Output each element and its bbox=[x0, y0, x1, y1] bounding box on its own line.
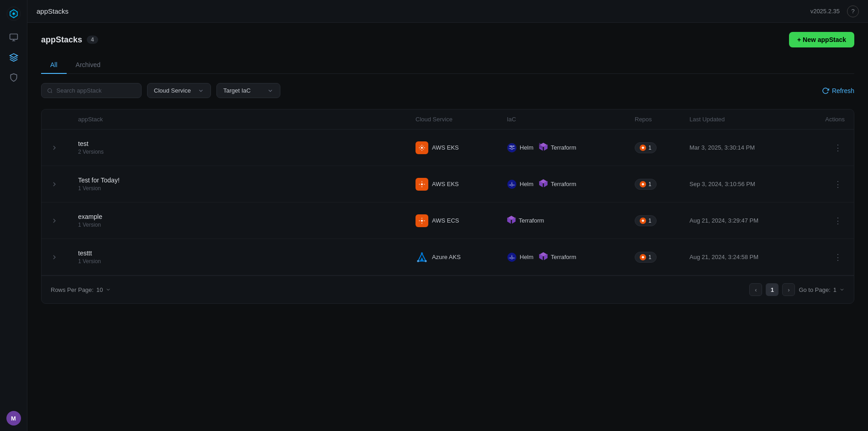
page-controls: ‹ 1 › Go to Page: 1 bbox=[749, 283, 845, 296]
repo-count-badge: ◆ 1 bbox=[635, 179, 657, 190]
svg-point-4 bbox=[48, 88, 52, 92]
expand-row-example[interactable] bbox=[51, 217, 78, 224]
last-updated-example: Aug 21, 2024, 3:29:47 PM bbox=[689, 217, 799, 224]
sidebar-item-shield[interactable] bbox=[5, 69, 22, 86]
new-appstack-button[interactable]: + New appStack bbox=[789, 32, 854, 47]
svg-point-19 bbox=[511, 184, 513, 186]
refresh-icon bbox=[822, 87, 829, 94]
prev-page-button[interactable]: ‹ bbox=[749, 283, 762, 296]
pagination: Rows Per Page: 10 ‹ 1 › Go to Page: 1 bbox=[42, 275, 854, 303]
search-input[interactable] bbox=[57, 87, 136, 94]
sidebar-item-monitor[interactable] bbox=[5, 29, 22, 46]
repo-count: 1 bbox=[648, 218, 652, 224]
cloud-service-cell-test: AWS EKS bbox=[416, 141, 507, 154]
repo-count-badge: ◆ 1 bbox=[635, 215, 657, 226]
page-header: appStacks 4 + New appStack bbox=[41, 32, 854, 47]
refresh-label: Refresh bbox=[832, 87, 854, 94]
repo-dot-icon: ◆ bbox=[640, 145, 646, 151]
table-row: testtt 1 Version Azure AKS bbox=[42, 239, 854, 275]
tab-all[interactable]: All bbox=[41, 57, 67, 74]
svg-point-36 bbox=[511, 257, 513, 259]
col-appstack: appStack bbox=[78, 116, 416, 123]
repo-count-badge: ◆ 1 bbox=[635, 142, 657, 153]
svg-point-34 bbox=[421, 252, 423, 254]
helm-icon bbox=[507, 179, 517, 189]
filters-row: Cloud Service Target IaC Refresh bbox=[41, 83, 854, 98]
actions-cell-test: ⋮ bbox=[799, 140, 845, 156]
topbar-right: v2025.2.35 ? bbox=[810, 5, 859, 17]
stack-name: example bbox=[78, 213, 416, 220]
svg-point-6 bbox=[421, 147, 423, 149]
stack-info-testtt: testtt 1 Version bbox=[78, 249, 416, 265]
repo-count: 1 bbox=[648, 254, 652, 260]
svg-marker-31 bbox=[420, 257, 424, 261]
refresh-button[interactable]: Refresh bbox=[822, 87, 854, 94]
app-logo[interactable] bbox=[5, 5, 22, 22]
svg-point-17 bbox=[421, 183, 423, 185]
terraform-label: Terraform bbox=[551, 144, 576, 151]
aws-ecs-icon bbox=[416, 214, 428, 227]
col-actions: Actions bbox=[799, 116, 845, 123]
col-iac: IaC bbox=[507, 116, 635, 123]
col-last-updated: Last Updated bbox=[689, 116, 799, 123]
repo-count-badge: ◆ 1 bbox=[635, 252, 657, 263]
stack-info-example: example 1 Version bbox=[78, 213, 416, 228]
search-box[interactable] bbox=[41, 83, 142, 98]
goto-page-selector[interactable]: Go to Page: 1 bbox=[799, 286, 845, 293]
helm-item: Helm bbox=[507, 179, 533, 189]
aws-eks-icon bbox=[416, 178, 428, 191]
repos-cell-test-for-today: ◆ 1 bbox=[635, 179, 689, 190]
helm-label: Helm bbox=[520, 254, 533, 260]
next-page-button[interactable]: › bbox=[782, 283, 795, 296]
iac-cell-test: HELM Helm bbox=[507, 143, 635, 153]
svg-line-5 bbox=[51, 92, 52, 93]
avatar[interactable]: M bbox=[6, 411, 21, 426]
col-cloud-service: Cloud Service bbox=[416, 116, 507, 123]
current-page-number[interactable]: 1 bbox=[766, 283, 779, 296]
main-content: appStacks v2025.2.35 ? appStacks 4 + New… bbox=[27, 0, 868, 431]
expand-row-testtt[interactable] bbox=[51, 254, 78, 261]
cloud-service-cell-test-for-today: AWS EKS bbox=[416, 178, 507, 191]
stack-version: 2 Versions bbox=[78, 149, 416, 155]
expand-row-test-for-today[interactable] bbox=[51, 181, 78, 188]
helm-icon bbox=[507, 252, 517, 262]
actions-cell-example: ⋮ bbox=[799, 213, 845, 228]
app-version: v2025.2.35 bbox=[810, 8, 840, 15]
actions-menu-test-for-today[interactable]: ⋮ bbox=[831, 177, 845, 192]
terraform-label: Terraform bbox=[551, 254, 576, 260]
appstack-table: appStack Cloud Service IaC Repos Last Up… bbox=[41, 109, 854, 304]
last-updated-testtt: Aug 21, 2024, 3:24:58 PM bbox=[689, 254, 799, 260]
target-iac-dropdown[interactable]: Target IaC bbox=[216, 83, 280, 98]
svg-point-1 bbox=[12, 13, 15, 15]
sidebar: M bbox=[0, 0, 27, 431]
aws-eks-icon bbox=[416, 141, 428, 154]
iac-cell-testtt: Helm Terraform bbox=[507, 252, 635, 262]
rows-per-page-selector[interactable]: Rows Per Page: 10 bbox=[51, 286, 111, 293]
actions-cell-test-for-today: ⋮ bbox=[799, 177, 845, 192]
help-button[interactable]: ? bbox=[847, 5, 859, 17]
cloud-service-label: Cloud Service bbox=[154, 87, 191, 94]
actions-menu-example[interactable]: ⋮ bbox=[831, 213, 845, 228]
rows-per-page-value: 10 bbox=[96, 286, 103, 293]
last-updated-test-for-today: Sep 3, 2024, 3:10:56 PM bbox=[689, 181, 799, 187]
stack-version: 1 Version bbox=[78, 185, 416, 192]
terraform-label: Terraform bbox=[519, 217, 544, 224]
cloud-service-dropdown[interactable]: Cloud Service bbox=[147, 83, 211, 98]
repos-cell-example: ◆ 1 bbox=[635, 215, 689, 226]
terraform-icon bbox=[539, 179, 548, 189]
svg-rect-2 bbox=[10, 34, 17, 40]
helm-icon: HELM bbox=[507, 143, 517, 153]
tab-archived[interactable]: Archived bbox=[67, 57, 110, 74]
actions-menu-test[interactable]: ⋮ bbox=[831, 140, 845, 156]
repos-cell-testtt: ◆ 1 bbox=[635, 252, 689, 263]
svg-point-9 bbox=[511, 147, 513, 149]
sidebar-item-layers[interactable] bbox=[5, 49, 22, 66]
repo-dot-icon: ◆ bbox=[640, 181, 646, 187]
expand-row-test[interactable] bbox=[51, 144, 78, 151]
repo-dot-icon: ◆ bbox=[640, 254, 646, 260]
helm-label: Helm bbox=[520, 181, 533, 187]
iac-cell-test-for-today: Helm Terraform bbox=[507, 179, 635, 189]
helm-item: Helm bbox=[507, 252, 533, 262]
actions-menu-testtt[interactable]: ⋮ bbox=[831, 249, 845, 265]
page-header-left: appStacks 4 bbox=[41, 35, 98, 45]
